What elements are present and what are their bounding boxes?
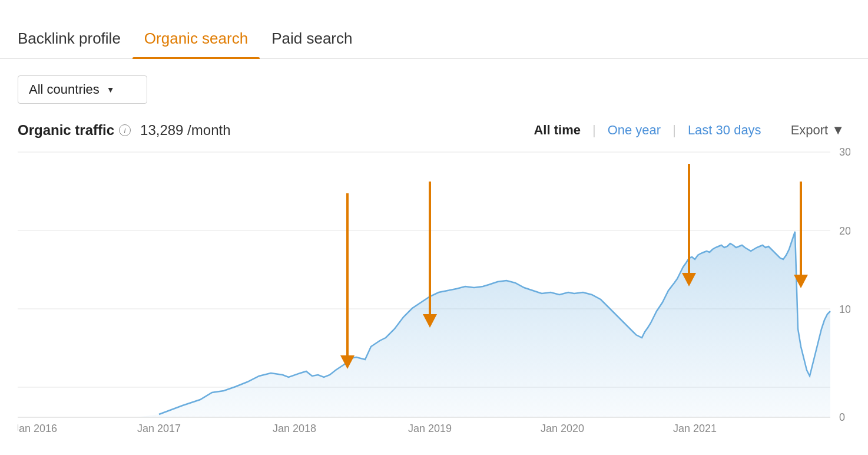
- tab-organic-search[interactable]: Organic search: [132, 29, 260, 58]
- svg-text:0: 0: [839, 411, 845, 423]
- traffic-header: Organic traffic i 13,289 /month All time…: [0, 110, 868, 146]
- svg-text:Jan 2020: Jan 2020: [541, 423, 584, 434]
- time-all-time[interactable]: All time: [522, 120, 592, 140]
- svg-text:Jan 2016: Jan 2016: [18, 423, 57, 434]
- country-dropdown[interactable]: All countries ▼: [18, 75, 147, 104]
- country-label: All countries: [29, 82, 100, 97]
- chevron-down-icon: ▼: [831, 123, 844, 138]
- tab-backlink-profile[interactable]: Backlink profile: [18, 29, 132, 58]
- time-controls: All time | One year | Last 30 days Expor…: [522, 120, 850, 140]
- svg-text:Jan 2017: Jan 2017: [137, 423, 181, 434]
- chart-svg: Jan 2016 Jan 2017 Jan 2018 Jan 2019 Jan …: [18, 146, 850, 435]
- time-one-year[interactable]: One year: [596, 120, 673, 140]
- tabs-bar: Backlink profile Organic search Paid sea…: [0, 0, 868, 59]
- svg-text:20K: 20K: [839, 225, 850, 237]
- svg-text:Jan 2021: Jan 2021: [673, 423, 717, 434]
- chart-area: Jan 2016 Jan 2017 Jan 2018 Jan 2019 Jan …: [18, 146, 850, 435]
- controls-row: All countries ▼: [0, 59, 868, 110]
- chevron-down-icon: ▼: [107, 85, 115, 94]
- info-icon[interactable]: i: [119, 124, 131, 136]
- svg-text:30K: 30K: [839, 146, 850, 158]
- traffic-value: 13,289 /month: [140, 122, 230, 139]
- export-button[interactable]: Export ▼: [785, 120, 850, 140]
- svg-text:Jan 2018: Jan 2018: [273, 423, 316, 434]
- tab-paid-search[interactable]: Paid search: [260, 29, 364, 58]
- time-last-30-days[interactable]: Last 30 days: [676, 120, 773, 140]
- traffic-label: Organic traffic i: [18, 122, 131, 139]
- svg-text:Jan 2019: Jan 2019: [408, 423, 452, 434]
- svg-text:10K: 10K: [839, 304, 850, 315]
